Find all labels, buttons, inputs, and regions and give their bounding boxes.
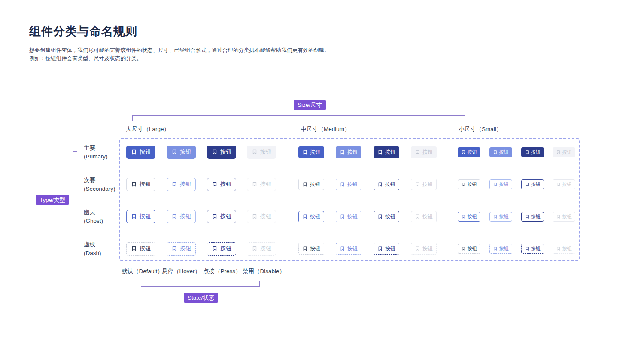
button-dash-small-disable[interactable]: 按钮 [553,244,575,254]
size-column-label-large: 大尺寸（Large） [126,125,170,133]
bookmark-icon [556,150,561,155]
button-secondary-small-press[interactable]: 按钮 [521,179,544,189]
button-label: 按钮 [140,245,151,252]
button-label: 按钮 [310,213,320,220]
button-primary-medium-default[interactable]: 按钮 [298,146,324,158]
bookmark-icon [415,246,420,252]
button-primary-medium-hover[interactable]: 按钮 [336,146,361,158]
button-dash-small-hover[interactable]: 按钮 [489,244,512,254]
button-dash-medium-hover[interactable]: 按钮 [336,243,361,255]
button-dash-large-default[interactable]: 按钮 [126,242,155,256]
type-row-label-secondary: 次要 (Secondary) [84,176,115,193]
button-primary-small-default[interactable]: 按钮 [458,147,480,157]
button-primary-small-disable[interactable]: 按钮 [553,147,575,157]
type-row-label-en: (Ghost) [84,217,103,225]
button-ghost-large-press[interactable]: 按钮 [207,210,236,223]
button-label: 按钮 [468,181,477,188]
bookmark-icon [302,182,308,187]
button-dash-large-disable[interactable]: 按钮 [247,242,276,256]
bookmark-icon [131,181,137,187]
button-secondary-small-disable[interactable]: 按钮 [553,179,575,189]
button-ghost-small-hover[interactable]: 按钮 [489,212,512,222]
button-primary-small-press[interactable]: 按钮 [521,147,544,157]
button-ghost-small-disable[interactable]: 按钮 [553,212,575,222]
button-ghost-medium-hover[interactable]: 按钮 [336,211,361,222]
button-label: 按钮 [260,213,271,220]
state-label-default: 默认（Default） [122,268,163,275]
button-ghost-medium-press[interactable]: 按钮 [374,211,399,222]
bookmark-icon [212,246,218,252]
button-ghost-medium-disable[interactable]: 按钮 [411,211,437,222]
bookmark-icon [302,149,308,155]
button-primary-medium-press[interactable]: 按钮 [374,146,399,158]
button-label: 按钮 [385,245,395,252]
button-dash-large-hover[interactable]: 按钮 [167,242,196,256]
button-secondary-small-hover[interactable]: 按钮 [489,179,512,189]
bookmark-icon [171,246,177,252]
button-primary-small-hover[interactable]: 按钮 [489,147,512,157]
button-dash-medium-disable[interactable]: 按钮 [411,243,437,255]
button-label: 按钮 [422,245,433,252]
bookmark-icon [415,214,420,219]
button-primary-medium-disable[interactable]: 按钮 [411,146,437,158]
button-dash-large-press[interactable]: 按钮 [207,242,236,256]
button-secondary-large-hover[interactable]: 按钮 [167,178,196,191]
type-row-label-zh: 虚线 [84,240,101,249]
button-label: 按钮 [422,213,433,220]
bookmark-icon [525,150,529,155]
bookmark-icon [377,149,383,155]
button-ghost-large-hover[interactable]: 按钮 [167,210,196,223]
button-primary-large-disable[interactable]: 按钮 [247,146,276,159]
button-secondary-large-default[interactable]: 按钮 [126,178,155,191]
bookmark-icon [556,182,561,187]
bookmark-icon [340,182,345,187]
button-secondary-large-disable[interactable]: 按钮 [247,178,276,191]
bookmark-icon [493,150,498,155]
button-ghost-small-press[interactable]: 按钮 [521,212,544,222]
button-secondary-medium-disable[interactable]: 按钮 [411,179,437,190]
button-label: 按钮 [220,213,231,220]
type-row-label-ghost: 幽灵 (Ghost) [84,208,103,225]
bookmark-icon [252,149,258,155]
button-secondary-large-press[interactable]: 按钮 [207,178,236,191]
button-dash-small-default[interactable]: 按钮 [458,244,480,254]
button-label: 按钮 [422,149,433,156]
bookmark-icon [461,214,466,219]
type-row-label-zh: 幽灵 [84,208,103,217]
button-label: 按钮 [260,180,271,188]
bookmark-icon [461,246,466,251]
button-secondary-small-default[interactable]: 按钮 [458,179,480,189]
button-label: 按钮 [347,181,358,188]
button-ghost-large-default[interactable]: 按钮 [126,210,155,223]
state-label-hover: 悬停（Hover） [162,268,200,275]
button-primary-large-hover[interactable]: 按钮 [167,146,196,159]
button-dash-medium-default[interactable]: 按钮 [298,243,324,255]
button-label: 按钮 [180,148,191,156]
button-dash-small-press[interactable]: 按钮 [521,244,544,254]
bookmark-icon [212,181,218,187]
button-label: 按钮 [347,213,358,220]
state-label-disable: 禁用（Disable） [243,268,285,275]
bookmark-icon [302,246,308,252]
bookmark-icon [377,182,383,187]
bookmark-icon [556,246,561,251]
button-primary-large-default[interactable]: 按钮 [126,146,155,159]
button-dash-medium-press[interactable]: 按钮 [374,243,399,255]
button-label: 按钮 [385,213,395,220]
button-primary-large-press[interactable]: 按钮 [207,146,236,159]
button-label: 按钮 [562,181,572,188]
button-secondary-medium-hover[interactable]: 按钮 [336,179,361,190]
button-ghost-medium-default[interactable]: 按钮 [298,211,324,222]
button-ghost-small-default[interactable]: 按钮 [458,212,480,222]
button-label: 按钮 [347,149,358,156]
button-label: 按钮 [220,180,231,188]
button-label: 按钮 [140,180,151,188]
type-row-label-zh: 主要 [84,144,108,152]
button-ghost-large-disable[interactable]: 按钮 [247,210,276,223]
button-secondary-medium-default[interactable]: 按钮 [298,179,324,190]
button-secondary-medium-press[interactable]: 按钮 [374,179,399,190]
type-axis-badge: Type/类型 [36,195,69,205]
button-label: 按钮 [180,245,191,252]
button-label: 按钮 [531,213,541,220]
bookmark-icon [252,181,258,187]
